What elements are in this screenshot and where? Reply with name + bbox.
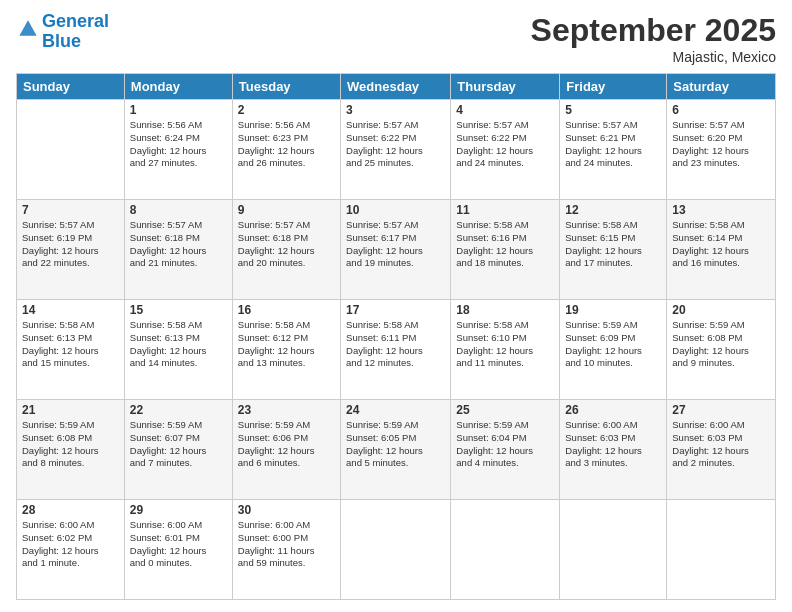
day-number: 10	[346, 203, 445, 217]
day-info: Sunrise: 5:57 AM Sunset: 6:22 PM Dayligh…	[456, 119, 554, 170]
day-info: Sunrise: 5:58 AM Sunset: 6:13 PM Dayligh…	[130, 319, 227, 370]
calendar-cell: 24Sunrise: 5:59 AM Sunset: 6:05 PM Dayli…	[341, 400, 451, 500]
day-info: Sunrise: 5:57 AM Sunset: 6:18 PM Dayligh…	[238, 219, 335, 270]
day-info: Sunrise: 6:00 AM Sunset: 6:00 PM Dayligh…	[238, 519, 335, 570]
calendar-week-row: 7Sunrise: 5:57 AM Sunset: 6:19 PM Daylig…	[17, 200, 776, 300]
calendar-cell: 14Sunrise: 5:58 AM Sunset: 6:13 PM Dayli…	[17, 300, 125, 400]
calendar-cell: 2Sunrise: 5:56 AM Sunset: 6:23 PM Daylig…	[232, 100, 340, 200]
calendar-cell: 7Sunrise: 5:57 AM Sunset: 6:19 PM Daylig…	[17, 200, 125, 300]
calendar-cell: 3Sunrise: 5:57 AM Sunset: 6:22 PM Daylig…	[341, 100, 451, 200]
day-info: Sunrise: 5:58 AM Sunset: 6:11 PM Dayligh…	[346, 319, 445, 370]
header-day: Wednesday	[341, 74, 451, 100]
calendar-cell: 20Sunrise: 5:59 AM Sunset: 6:08 PM Dayli…	[667, 300, 776, 400]
calendar-cell: 26Sunrise: 6:00 AM Sunset: 6:03 PM Dayli…	[560, 400, 667, 500]
calendar-cell: 29Sunrise: 6:00 AM Sunset: 6:01 PM Dayli…	[124, 500, 232, 600]
header-row: SundayMondayTuesdayWednesdayThursdayFrid…	[17, 74, 776, 100]
day-info: Sunrise: 5:59 AM Sunset: 6:09 PM Dayligh…	[565, 319, 661, 370]
day-number: 15	[130, 303, 227, 317]
header-day: Sunday	[17, 74, 125, 100]
day-number: 12	[565, 203, 661, 217]
calendar-cell: 6Sunrise: 5:57 AM Sunset: 6:20 PM Daylig…	[667, 100, 776, 200]
calendar-cell	[667, 500, 776, 600]
header: GeneralBlue September 2025 Majastic, Mex…	[16, 12, 776, 65]
day-number: 20	[672, 303, 770, 317]
day-number: 23	[238, 403, 335, 417]
day-info: Sunrise: 5:59 AM Sunset: 6:06 PM Dayligh…	[238, 419, 335, 470]
day-number: 17	[346, 303, 445, 317]
calendar-cell: 25Sunrise: 5:59 AM Sunset: 6:04 PM Dayli…	[451, 400, 560, 500]
calendar-cell	[560, 500, 667, 600]
day-number: 19	[565, 303, 661, 317]
day-number: 7	[22, 203, 119, 217]
header-day: Saturday	[667, 74, 776, 100]
calendar-cell: 17Sunrise: 5:58 AM Sunset: 6:11 PM Dayli…	[341, 300, 451, 400]
day-number: 24	[346, 403, 445, 417]
calendar-cell: 28Sunrise: 6:00 AM Sunset: 6:02 PM Dayli…	[17, 500, 125, 600]
day-number: 30	[238, 503, 335, 517]
day-number: 14	[22, 303, 119, 317]
day-number: 8	[130, 203, 227, 217]
svg-marker-0	[19, 20, 36, 35]
day-number: 13	[672, 203, 770, 217]
calendar-cell: 4Sunrise: 5:57 AM Sunset: 6:22 PM Daylig…	[451, 100, 560, 200]
day-info: Sunrise: 5:59 AM Sunset: 6:04 PM Dayligh…	[456, 419, 554, 470]
page: GeneralBlue September 2025 Majastic, Mex…	[0, 0, 792, 612]
day-info: Sunrise: 5:57 AM Sunset: 6:17 PM Dayligh…	[346, 219, 445, 270]
day-info: Sunrise: 5:59 AM Sunset: 6:05 PM Dayligh…	[346, 419, 445, 470]
day-number: 4	[456, 103, 554, 117]
day-number: 1	[130, 103, 227, 117]
calendar-week-row: 21Sunrise: 5:59 AM Sunset: 6:08 PM Dayli…	[17, 400, 776, 500]
calendar-cell: 27Sunrise: 6:00 AM Sunset: 6:03 PM Dayli…	[667, 400, 776, 500]
calendar-cell: 8Sunrise: 5:57 AM Sunset: 6:18 PM Daylig…	[124, 200, 232, 300]
day-number: 2	[238, 103, 335, 117]
calendar-cell: 10Sunrise: 5:57 AM Sunset: 6:17 PM Dayli…	[341, 200, 451, 300]
day-info: Sunrise: 5:56 AM Sunset: 6:23 PM Dayligh…	[238, 119, 335, 170]
day-info: Sunrise: 6:00 AM Sunset: 6:03 PM Dayligh…	[672, 419, 770, 470]
calendar-week-row: 1Sunrise: 5:56 AM Sunset: 6:24 PM Daylig…	[17, 100, 776, 200]
day-number: 29	[130, 503, 227, 517]
day-number: 18	[456, 303, 554, 317]
day-number: 27	[672, 403, 770, 417]
calendar-week-row: 14Sunrise: 5:58 AM Sunset: 6:13 PM Dayli…	[17, 300, 776, 400]
calendar-cell: 9Sunrise: 5:57 AM Sunset: 6:18 PM Daylig…	[232, 200, 340, 300]
calendar-cell: 21Sunrise: 5:59 AM Sunset: 6:08 PM Dayli…	[17, 400, 125, 500]
day-info: Sunrise: 5:59 AM Sunset: 6:08 PM Dayligh…	[672, 319, 770, 370]
day-number: 25	[456, 403, 554, 417]
title-block: September 2025 Majastic, Mexico	[531, 12, 776, 65]
day-info: Sunrise: 5:58 AM Sunset: 6:13 PM Dayligh…	[22, 319, 119, 370]
day-number: 26	[565, 403, 661, 417]
day-info: Sunrise: 5:59 AM Sunset: 6:07 PM Dayligh…	[130, 419, 227, 470]
logo-text: GeneralBlue	[42, 12, 109, 52]
day-info: Sunrise: 5:57 AM Sunset: 6:22 PM Dayligh…	[346, 119, 445, 170]
header-day: Thursday	[451, 74, 560, 100]
calendar-week-row: 28Sunrise: 6:00 AM Sunset: 6:02 PM Dayli…	[17, 500, 776, 600]
calendar-cell	[341, 500, 451, 600]
calendar-cell: 1Sunrise: 5:56 AM Sunset: 6:24 PM Daylig…	[124, 100, 232, 200]
day-info: Sunrise: 5:58 AM Sunset: 6:15 PM Dayligh…	[565, 219, 661, 270]
day-number: 11	[456, 203, 554, 217]
day-info: Sunrise: 6:00 AM Sunset: 6:02 PM Dayligh…	[22, 519, 119, 570]
day-number: 3	[346, 103, 445, 117]
day-info: Sunrise: 5:56 AM Sunset: 6:24 PM Dayligh…	[130, 119, 227, 170]
day-info: Sunrise: 5:59 AM Sunset: 6:08 PM Dayligh…	[22, 419, 119, 470]
calendar-cell: 18Sunrise: 5:58 AM Sunset: 6:10 PM Dayli…	[451, 300, 560, 400]
day-number: 28	[22, 503, 119, 517]
day-info: Sunrise: 5:57 AM Sunset: 6:19 PM Dayligh…	[22, 219, 119, 270]
calendar-cell	[451, 500, 560, 600]
day-info: Sunrise: 5:57 AM Sunset: 6:20 PM Dayligh…	[672, 119, 770, 170]
day-info: Sunrise: 6:00 AM Sunset: 6:03 PM Dayligh…	[565, 419, 661, 470]
calendar-cell: 19Sunrise: 5:59 AM Sunset: 6:09 PM Dayli…	[560, 300, 667, 400]
calendar-cell: 22Sunrise: 5:59 AM Sunset: 6:07 PM Dayli…	[124, 400, 232, 500]
month-title: September 2025	[531, 12, 776, 49]
day-number: 21	[22, 403, 119, 417]
day-info: Sunrise: 5:58 AM Sunset: 6:16 PM Dayligh…	[456, 219, 554, 270]
day-number: 5	[565, 103, 661, 117]
header-day: Tuesday	[232, 74, 340, 100]
day-info: Sunrise: 5:58 AM Sunset: 6:10 PM Dayligh…	[456, 319, 554, 370]
calendar-cell: 23Sunrise: 5:59 AM Sunset: 6:06 PM Dayli…	[232, 400, 340, 500]
day-number: 9	[238, 203, 335, 217]
day-number: 22	[130, 403, 227, 417]
day-info: Sunrise: 6:00 AM Sunset: 6:01 PM Dayligh…	[130, 519, 227, 570]
calendar-table: SundayMondayTuesdayWednesdayThursdayFrid…	[16, 73, 776, 600]
calendar-cell: 5Sunrise: 5:57 AM Sunset: 6:21 PM Daylig…	[560, 100, 667, 200]
